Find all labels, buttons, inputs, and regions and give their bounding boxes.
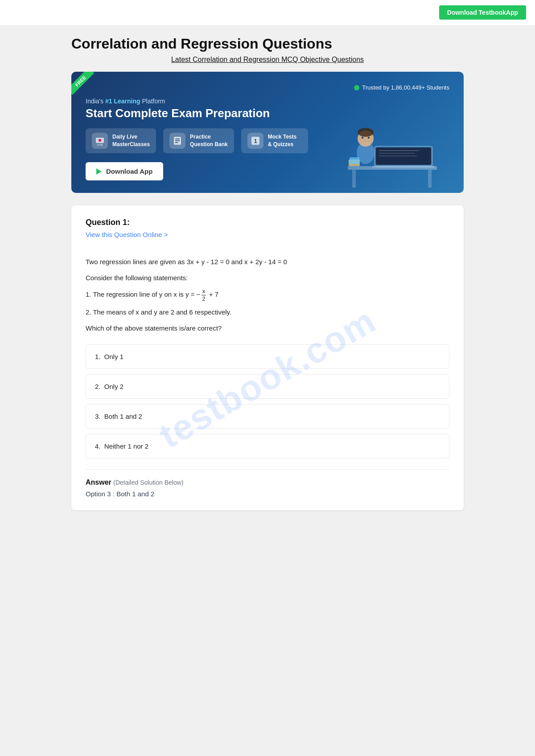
answer-detail: (Detailed Solution Below) <box>113 479 183 486</box>
tagline-suffix: Platform <box>140 98 165 105</box>
statement1-prefix: 1. The regression line of y on x is y = <box>86 290 197 298</box>
promo-banner: India's #1 Learning Platform Start Compl… <box>71 72 464 193</box>
banner-tagline: India's #1 Learning Platform <box>86 98 449 105</box>
feature-practice-qb-text: PracticeQuestion Bank <box>190 133 228 148</box>
statement1-sign: − <box>197 290 201 298</box>
option-4[interactable]: 4. Neither 1 nor 2 <box>86 434 449 458</box>
daily-live-icon: LIVE <box>92 133 108 149</box>
question-statement2: 2. The means of x and y are 2 and 6 resp… <box>86 306 449 318</box>
feature-mock-tests[interactable]: 1 Mock Tests& Quizzes <box>241 128 308 153</box>
feature-practice-qb[interactable]: PracticeQuestion Bank <box>163 128 234 153</box>
mock-tests-icon: 1 <box>247 133 263 149</box>
banner-main-title: Start Complete Exam Preparation <box>86 106 449 120</box>
tagline-bold: #1 Learning <box>105 98 140 105</box>
feature-mock-tests-text: Mock Tests& Quizzes <box>268 133 296 148</box>
option-2-text: 2. Only 2 <box>95 383 123 390</box>
option-1-text: 1. Only 1 <box>95 353 123 360</box>
view-online-link[interactable]: View this Question Online > <box>86 231 168 238</box>
fraction: x 2 <box>201 288 206 302</box>
download-app-label: Download App <box>106 168 152 175</box>
answer-value: Option 3 : Both 1 and 2 <box>86 490 449 498</box>
feature-daily-live[interactable]: LIVE Daily LiveMasterClasses <box>86 128 156 153</box>
banner-left: India's #1 Learning Platform Start Compl… <box>86 84 449 180</box>
top-bar: Download TestbookApp <box>0 0 535 25</box>
tagline-prefix: India's <box>86 98 105 105</box>
svg-text:1: 1 <box>254 138 257 144</box>
option-2[interactable]: 2. Only 2 <box>86 374 449 399</box>
svg-text:LIVE: LIVE <box>97 143 103 146</box>
page-title: Correlation and Regression Questions <box>71 36 464 52</box>
download-app-banner-button[interactable]: Download App <box>86 162 163 180</box>
option-3-text: 3. Both 1 and 2 <box>95 413 142 420</box>
answer-label: Answer <box>86 478 111 486</box>
banner-features: LIVE Daily LiveMasterClasses <box>86 128 449 153</box>
answer-section: Answer (Detailed Solution Below) Option … <box>86 469 449 498</box>
practice-qb-icon <box>169 133 185 149</box>
fraction-numerator: x <box>202 288 206 295</box>
question-line2: Consider the following statements: <box>86 272 449 284</box>
fraction-denominator: 2 <box>201 295 206 302</box>
option-4-text: 4. Neither 1 nor 2 <box>95 442 148 450</box>
question-body: Two regression lines are given as 3x + y… <box>86 256 449 334</box>
option-1[interactable]: 1. Only 1 <box>86 344 449 369</box>
question-card: Question 1: View this Question Online > … <box>71 205 464 510</box>
download-app-button[interactable]: Download TestbookApp <box>439 5 526 20</box>
page-subtitle: Latest Correlation and Regression MCQ Ob… <box>71 56 464 64</box>
question-line1: Two regression lines are given as 3x + y… <box>86 256 449 268</box>
question-main-text: Which of the above statements is/are cor… <box>86 323 449 334</box>
play-icon <box>96 168 102 175</box>
question-number: Question 1: <box>86 218 449 227</box>
statement1-suffix: + 7 <box>207 290 218 298</box>
option-3[interactable]: 3. Both 1 and 2 <box>86 404 449 429</box>
feature-daily-live-text: Daily LiveMasterClasses <box>112 133 150 148</box>
main-content: Correlation and Regression Questions Lat… <box>62 36 473 528</box>
question-statement1: 1. The regression line of y on x is y = … <box>86 288 449 302</box>
svg-point-1 <box>99 139 101 142</box>
options-list: 1. Only 1 2. Only 2 3. Both 1 and 2 4. N… <box>86 344 449 458</box>
